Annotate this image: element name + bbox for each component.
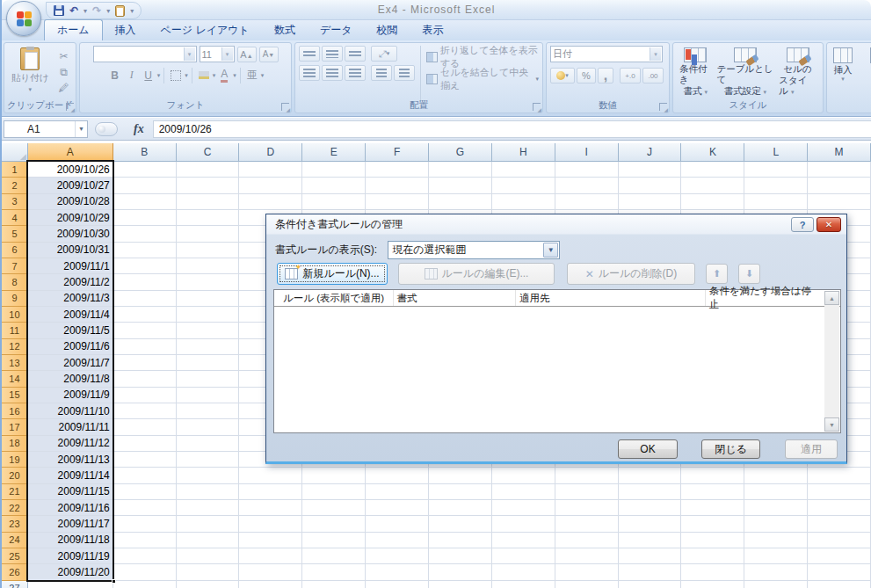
cell-G27[interactable] [429, 581, 492, 588]
cell-A22[interactable]: 2009/11/16 [28, 500, 113, 516]
cell-C18[interactable] [177, 436, 240, 452]
cell-A8[interactable]: 2009/11/2 [28, 274, 113, 290]
alignment-dialog-launcher-icon[interactable] [533, 103, 541, 111]
cell-A25[interactable]: 2009/11/19 [28, 548, 113, 564]
font-color-dropdown-icon[interactable]: ▾ [233, 72, 236, 79]
cell-B15[interactable] [113, 388, 177, 403]
row-header-26[interactable]: 26 [2, 564, 28, 580]
shrink-font-button[interactable]: A▼ [259, 47, 279, 62]
cell-B11[interactable] [113, 323, 177, 338]
percent-style-button[interactable]: % [577, 68, 596, 83]
cell-A27[interactable] [28, 581, 113, 588]
cell-I25[interactable] [555, 548, 619, 564]
phonetic-button[interactable]: 亜 [244, 67, 260, 83]
cell-E23[interactable] [302, 516, 366, 532]
cell-F3[interactable] [366, 194, 429, 210]
cell-H2[interactable] [492, 178, 555, 193]
cell-B27[interactable] [113, 581, 177, 588]
row-header-1[interactable]: 1 [2, 162, 28, 178]
cell-H25[interactable] [492, 548, 555, 564]
row-header-19[interactable]: 19 [2, 452, 28, 468]
phonetic-dropdown-icon[interactable]: ▾ [261, 72, 265, 79]
cell-F20[interactable] [366, 468, 429, 483]
cell-L25[interactable] [744, 548, 808, 564]
cell-C25[interactable] [177, 548, 240, 564]
dialog-close-icon[interactable]: ✕ [817, 217, 841, 232]
cell-J2[interactable] [619, 178, 682, 193]
cell-J20[interactable] [619, 468, 682, 483]
cell-H21[interactable] [492, 484, 555, 500]
row-header-7[interactable]: 7 [2, 258, 28, 274]
cell-C17[interactable] [177, 419, 240, 435]
cell-B4[interactable] [113, 210, 177, 226]
align-center-icon[interactable] [322, 65, 343, 81]
cell-C16[interactable] [177, 403, 240, 419]
cell-K20[interactable] [681, 468, 744, 483]
cell-E3[interactable] [302, 194, 366, 210]
new-rule-button[interactable]: 新規ルール(N)... [277, 263, 388, 285]
cell-A2[interactable]: 2009/10/27 [28, 178, 113, 193]
cell-K26[interactable] [681, 564, 744, 580]
delete-rule-button[interactable]: ✕ ルールの削除(D) [567, 263, 695, 285]
column-header-I[interactable]: I [555, 143, 619, 162]
cell-F26[interactable] [366, 564, 429, 580]
cell-D3[interactable] [239, 194, 302, 210]
cell-F27[interactable] [366, 581, 429, 588]
cell-B22[interactable] [113, 500, 177, 516]
column-header-A[interactable]: A [28, 143, 113, 162]
ok-button[interactable]: OK [618, 439, 678, 459]
cell-C3[interactable] [177, 194, 240, 210]
cell-B8[interactable] [113, 274, 177, 290]
row-header-9[interactable]: 9 [2, 291, 28, 307]
cell-C4[interactable] [177, 210, 240, 226]
cell-C13[interactable] [177, 355, 240, 371]
cell-E22[interactable] [302, 500, 366, 516]
cell-C6[interactable] [177, 243, 240, 258]
cell-D26[interactable] [239, 564, 302, 580]
cell-M23[interactable] [808, 516, 871, 532]
select-all-corner[interactable] [2, 143, 28, 162]
row-header-12[interactable]: 12 [2, 339, 28, 355]
cell-I21[interactable] [555, 484, 619, 500]
column-header-K[interactable]: K [681, 143, 744, 162]
decrease-indent-icon[interactable] [371, 65, 392, 81]
cell-I26[interactable] [555, 564, 619, 580]
clipboard-dialog-launcher-icon[interactable] [66, 103, 74, 111]
cell-H1[interactable] [492, 162, 555, 178]
cell-B5[interactable] [113, 226, 177, 242]
cell-K24[interactable] [681, 533, 744, 548]
dialog-help-button[interactable]: ? [791, 217, 814, 232]
cell-J27[interactable] [619, 581, 682, 588]
show-rules-dropdown-arrow-icon[interactable]: ▼ [543, 243, 558, 258]
font-size-combo[interactable]: 11▾ [200, 46, 235, 62]
cell-C20[interactable] [177, 468, 240, 483]
row-header-25[interactable]: 25 [2, 548, 28, 564]
fill-color-button[interactable] [196, 67, 212, 83]
tab-ページ レイアウト[interactable]: ページ レイアウト [149, 20, 262, 40]
decrease-decimal-button[interactable]: .00 [642, 68, 664, 83]
cell-D20[interactable] [239, 468, 302, 483]
cell-G22[interactable] [429, 500, 492, 516]
font-name-combo[interactable]: ▾ [93, 46, 197, 62]
fill-color-dropdown-icon[interactable]: ▾ [213, 72, 216, 79]
number-format-combo[interactable]: 日付▾ [550, 46, 663, 62]
underline-button[interactable]: U [141, 67, 156, 83]
cell-J21[interactable] [619, 484, 682, 500]
cell-F23[interactable] [366, 516, 429, 532]
cell-M27[interactable] [808, 581, 871, 588]
cell-M1[interactable] [808, 162, 871, 178]
conditional-formatting-button[interactable]: 条件付き 書式 ▾ [677, 47, 715, 97]
row-header-15[interactable]: 15 [2, 388, 28, 403]
tab-データ[interactable]: データ [308, 20, 365, 40]
insert-cells-button[interactable]: 挿入 ▾ [831, 47, 855, 97]
cell-L1[interactable] [744, 162, 808, 178]
apply-button[interactable]: 適用 [785, 439, 838, 459]
save-icon[interactable] [54, 5, 64, 16]
cell-H20[interactable] [492, 468, 555, 483]
tab-ホーム[interactable]: ホーム [44, 19, 103, 40]
bottom-align-icon[interactable] [345, 46, 366, 62]
cell-B13[interactable] [113, 355, 177, 371]
cell-B9[interactable] [113, 291, 177, 307]
cell-G21[interactable] [429, 484, 492, 500]
increase-indent-icon[interactable] [394, 65, 415, 81]
